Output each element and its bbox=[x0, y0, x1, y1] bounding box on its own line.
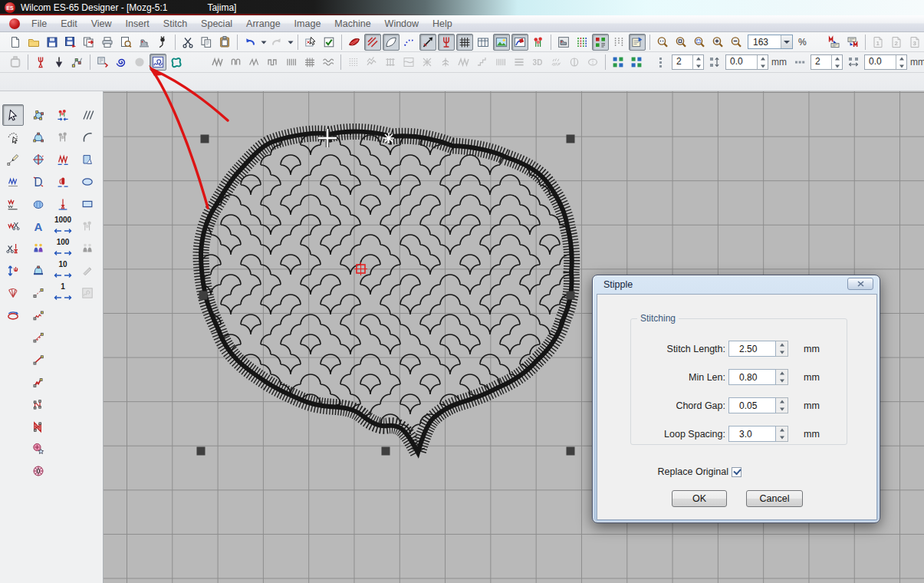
motif-rows-icon[interactable] bbox=[320, 54, 337, 71]
connect-machine-icon[interactable] bbox=[154, 34, 171, 51]
exit-point-icon[interactable] bbox=[51, 54, 67, 71]
arrow-chain-tool[interactable] bbox=[28, 327, 49, 348]
motif-grid-icon[interactable] bbox=[301, 54, 318, 71]
field-count[interactable]: 2 bbox=[811, 54, 843, 70]
parallel-lines-tool[interactable] bbox=[77, 104, 98, 126]
reshape-object-tool[interactable] bbox=[28, 127, 49, 148]
length-10-tool[interactable]: 10 bbox=[52, 260, 74, 282]
pattern-stamp-icon[interactable] bbox=[94, 54, 111, 71]
cut-stitch-tool[interactable] bbox=[2, 238, 24, 259]
document-system-menu-icon[interactable] bbox=[9, 18, 20, 29]
show-penetrations-icon[interactable] bbox=[438, 34, 455, 51]
undo-dropdown[interactable] bbox=[259, 34, 268, 51]
selection-handle[interactable] bbox=[567, 135, 575, 143]
rectangle-tool[interactable] bbox=[77, 193, 98, 215]
zoom-box-icon[interactable] bbox=[691, 34, 708, 51]
selection-handle[interactable] bbox=[201, 135, 209, 143]
mirror-array-tool[interactable] bbox=[52, 104, 74, 126]
show-vectors-icon[interactable] bbox=[511, 34, 528, 51]
field-input-minlen[interactable] bbox=[728, 369, 776, 385]
run-width-tool[interactable] bbox=[2, 193, 24, 215]
measure-icon[interactable] bbox=[419, 34, 436, 51]
menu-edit[interactable]: Edit bbox=[54, 17, 84, 31]
show-picture-icon[interactable] bbox=[493, 34, 510, 51]
column-c-tool[interactable] bbox=[52, 171, 74, 193]
menu-stitch[interactable]: Stitch bbox=[156, 17, 194, 31]
skew-tool[interactable] bbox=[28, 171, 49, 193]
length-1000-tool[interactable]: 1000 bbox=[52, 216, 74, 237]
options-check-icon[interactable] bbox=[321, 34, 337, 51]
align-rows-icon[interactable] bbox=[628, 54, 645, 71]
fan-tool[interactable] bbox=[2, 282, 24, 304]
ok-button[interactable]: OK bbox=[672, 490, 727, 507]
replace-original-checkbox[interactable] bbox=[732, 467, 742, 477]
zoom-out-icon[interactable] bbox=[728, 34, 745, 51]
zigzag-run-tool[interactable] bbox=[2, 171, 24, 193]
closed-object-tool[interactable] bbox=[77, 149, 98, 170]
arc-tool[interactable] bbox=[77, 127, 98, 148]
show-grid-icon[interactable] bbox=[456, 34, 473, 51]
field-spinner[interactable] bbox=[776, 369, 788, 385]
redo-dropdown[interactable] bbox=[286, 34, 294, 51]
offset-fill-icon[interactable] bbox=[113, 54, 130, 71]
circle-star-tool[interactable] bbox=[28, 438, 49, 459]
zoom-dropdown-arrow[interactable] bbox=[781, 35, 792, 48]
tatami-stitch-icon[interactable] bbox=[265, 54, 281, 71]
field-width[interactable]: 0.0 bbox=[864, 54, 907, 70]
show-outlines-icon[interactable] bbox=[383, 34, 400, 51]
fusion-fill-tool[interactable] bbox=[28, 193, 49, 215]
copy-icon[interactable] bbox=[198, 34, 215, 51]
save-design-icon[interactable] bbox=[44, 34, 61, 51]
col-width-icon[interactable] bbox=[845, 54, 862, 71]
new-design-icon[interactable] bbox=[7, 34, 24, 51]
satin-column-tool[interactable] bbox=[52, 149, 74, 170]
lightning-tool[interactable] bbox=[28, 371, 49, 393]
cut-icon[interactable] bbox=[179, 34, 196, 51]
open-path-tool[interactable] bbox=[28, 394, 49, 415]
dialog-close-button[interactable] bbox=[847, 278, 873, 290]
lettering-tool[interactable]: A bbox=[28, 216, 49, 237]
machine-functions-icon[interactable] bbox=[555, 34, 572, 51]
cancel-button[interactable]: Cancel bbox=[746, 490, 803, 507]
column-path-tool[interactable] bbox=[28, 416, 49, 437]
open-design-icon[interactable] bbox=[25, 34, 42, 51]
zoom-selected-icon[interactable] bbox=[672, 34, 689, 51]
selection-handle[interactable] bbox=[197, 447, 206, 456]
field-spinner[interactable] bbox=[776, 426, 788, 442]
show-stitches-icon[interactable] bbox=[346, 34, 363, 51]
zoom-in-icon[interactable] bbox=[709, 34, 726, 51]
zigzag-stitch-icon[interactable] bbox=[246, 54, 263, 71]
paste-icon[interactable] bbox=[216, 34, 233, 51]
save-to-machine-icon[interactable] bbox=[62, 34, 79, 51]
print-icon[interactable] bbox=[99, 34, 116, 51]
selection-handle[interactable] bbox=[567, 292, 575, 300]
menu-insert[interactable]: Insert bbox=[119, 17, 156, 31]
stitch-machine-icon[interactable] bbox=[136, 34, 153, 51]
segment-zigzag-tool[interactable] bbox=[28, 305, 49, 326]
show-hatch-icon[interactable] bbox=[364, 34, 381, 51]
radial-fill-tool[interactable] bbox=[28, 460, 49, 482]
run-stitch-icon[interactable] bbox=[283, 54, 300, 71]
remove-stitch-tool[interactable] bbox=[2, 216, 24, 237]
loop-stitch-icon[interactable] bbox=[228, 54, 245, 71]
select-object-icon[interactable] bbox=[302, 34, 319, 51]
buddy-tool[interactable] bbox=[28, 238, 49, 259]
selection-handle[interactable] bbox=[567, 447, 575, 456]
penetration-tool[interactable] bbox=[52, 193, 74, 215]
selection-handle[interactable] bbox=[382, 447, 390, 456]
field-layers[interactable]: 2 bbox=[672, 54, 704, 70]
stitch-sequence-icon[interactable] bbox=[610, 34, 627, 51]
print-preview-icon[interactable] bbox=[117, 34, 134, 51]
red-line-tool[interactable] bbox=[28, 349, 49, 371]
cap-frame-tool[interactable] bbox=[28, 260, 49, 282]
menu-window[interactable]: Window bbox=[378, 17, 426, 31]
field-spinner[interactable] bbox=[776, 397, 788, 413]
menu-arrange[interactable]: Arrange bbox=[239, 17, 287, 31]
reshape-tool[interactable] bbox=[28, 104, 49, 126]
field-input-chordgap[interactable] bbox=[728, 397, 776, 413]
menu-special[interactable]: Special bbox=[194, 17, 239, 31]
field-height[interactable]: 0.0 bbox=[725, 54, 768, 70]
updown-tool[interactable] bbox=[2, 260, 24, 282]
delete-machine-function-icon[interactable] bbox=[844, 34, 861, 51]
align-columns-icon[interactable] bbox=[610, 54, 626, 71]
